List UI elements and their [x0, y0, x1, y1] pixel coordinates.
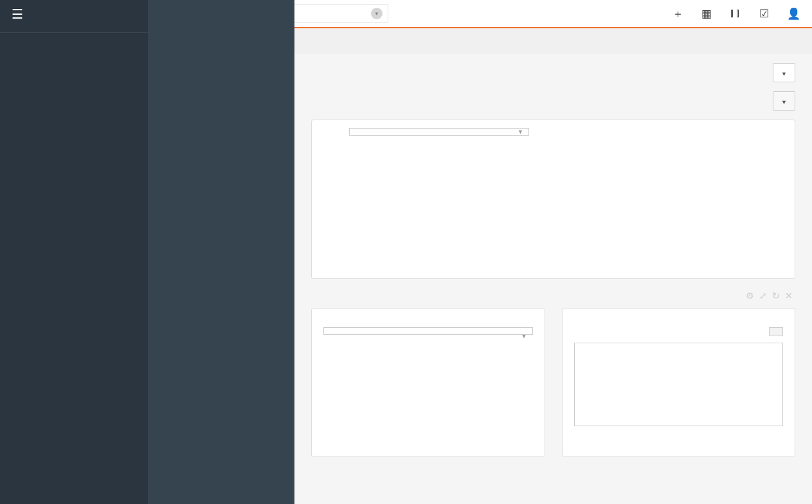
topbar-actions: ＋ ▦ ⫿⫿ ☑ 👤: [672, 6, 812, 21]
funnel-widget: ▼: [311, 120, 795, 279]
other-button[interactable]: ▼: [773, 63, 795, 82]
events-filter-select[interactable]: ▼: [323, 327, 533, 335]
close-icon[interactable]: ✕: [785, 291, 793, 301]
add-widget-button[interactable]: ▼: [773, 91, 795, 111]
primary-sidebar: ☰: [0, 0, 148, 504]
submenu-sidebar: [148, 0, 294, 504]
events-widget: ▼: [311, 309, 545, 456]
expand-icon[interactable]: ⤢: [759, 291, 767, 301]
gear-icon[interactable]: ⚙: [746, 291, 754, 301]
user-icon[interactable]: 👤: [787, 7, 800, 21]
edit-button[interactable]: [769, 327, 783, 336]
search-dropdown-icon[interactable]: ▼: [371, 8, 383, 19]
add-icon[interactable]: ＋: [672, 6, 683, 21]
hamburger-icon[interactable]: ☰: [0, 0, 148, 28]
funnel-filter-select[interactable]: ▼: [349, 128, 529, 136]
main-content: ▼ ▼ ▼ ⚙ ⤢ ↻ ✕ ▼: [294, 28, 812, 456]
check-icon[interactable]: ☑: [759, 7, 769, 21]
chart-icon[interactable]: ⫿⫿: [730, 7, 741, 20]
toolbar-strip: [294, 28, 812, 54]
calendar-icon[interactable]: ▦: [701, 7, 712, 21]
company-notes[interactable]: [574, 343, 784, 426]
company-widget: [562, 309, 796, 456]
widget-controls: ⚙ ⤢ ↻ ✕: [294, 288, 812, 309]
refresh-icon[interactable]: ↻: [772, 291, 780, 301]
funnel-chart: [312, 143, 795, 278]
sidebar-divider: [0, 32, 148, 33]
